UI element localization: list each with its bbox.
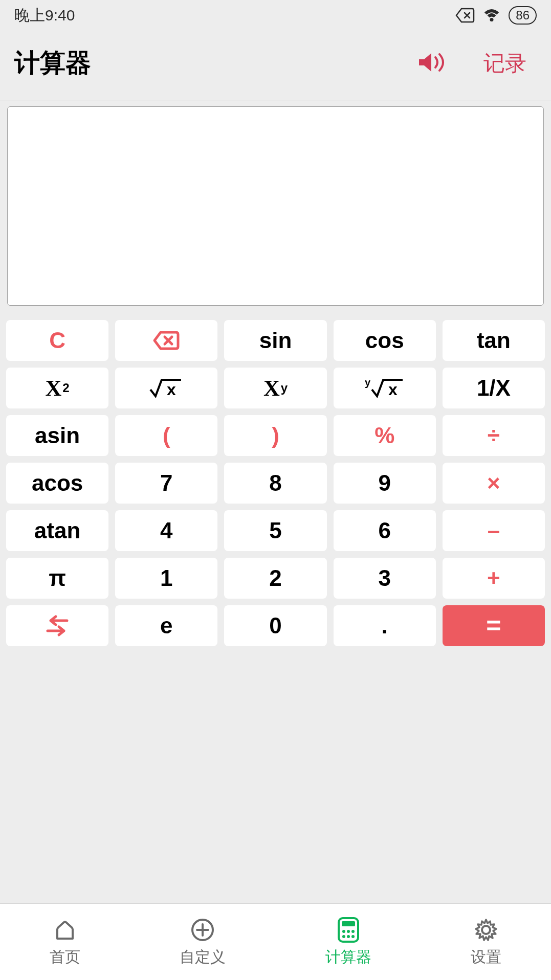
multiply-button[interactable]: × — [443, 463, 545, 504]
nav-settings[interactable]: 设置 — [471, 916, 501, 968]
digit-1-button[interactable]: 1 — [115, 558, 217, 599]
home-icon — [51, 916, 79, 944]
asin-button[interactable]: asin — [6, 415, 108, 456]
pi-button[interactable]: π — [6, 558, 108, 599]
calculator-icon — [335, 916, 362, 944]
nav-home-label: 首页 — [50, 947, 80, 968]
svg-point-0 — [490, 18, 494, 21]
reciprocal-button[interactable]: 1/X — [443, 368, 545, 408]
decimal-button[interactable]: . — [334, 605, 436, 646]
minus-button[interactable]: – — [443, 510, 545, 551]
svg-point-13 — [482, 926, 490, 934]
status-time: 晚上9:40 — [14, 5, 75, 26]
digit-3-button[interactable]: 3 — [334, 558, 436, 599]
record-button[interactable]: 记录 — [483, 49, 526, 78]
svg-point-10 — [342, 935, 345, 938]
wifi-icon — [483, 7, 500, 24]
delete-status-icon — [455, 8, 475, 23]
digit-5-button[interactable]: 5 — [224, 510, 326, 551]
x-power-y-button[interactable]: Xy — [224, 368, 326, 408]
digit-8-button[interactable]: 8 — [224, 463, 326, 504]
nav-settings-label: 设置 — [471, 947, 501, 968]
digit-0-button[interactable]: 0 — [224, 605, 326, 646]
calculator-display[interactable] — [7, 106, 544, 306]
backspace-button[interactable] — [115, 320, 217, 361]
svg-point-11 — [347, 935, 350, 938]
gear-icon — [472, 916, 500, 944]
percent-button[interactable]: % — [334, 415, 436, 456]
battery-indicator: 86 — [509, 6, 537, 25]
nav-custom[interactable]: 自定义 — [180, 916, 226, 968]
plus-button[interactable]: + — [443, 558, 545, 599]
svg-point-7 — [342, 930, 345, 933]
y-root-button[interactable]: y x — [334, 368, 436, 408]
nav-calculator-label: 计算器 — [325, 947, 371, 968]
digit-4-button[interactable]: 4 — [115, 510, 217, 551]
svg-text:x: x — [167, 380, 176, 399]
close-paren-button[interactable]: ) — [224, 415, 326, 456]
plus-circle-icon — [189, 916, 216, 944]
e-button[interactable]: e — [115, 605, 217, 646]
x-squared-button[interactable]: X2 — [6, 368, 108, 408]
digit-2-button[interactable]: 2 — [224, 558, 326, 599]
svg-text:y: y — [365, 377, 371, 388]
app-header: 计算器 记录 — [0, 31, 551, 101]
sound-icon[interactable] — [417, 50, 448, 77]
svg-point-12 — [351, 935, 355, 938]
swap-button[interactable] — [6, 605, 108, 646]
nav-home[interactable]: 首页 — [50, 916, 80, 968]
status-right: 86 — [455, 6, 537, 25]
sin-button[interactable]: sin — [224, 320, 326, 361]
page-title: 计算器 — [14, 46, 91, 80]
tan-button[interactable]: tan — [443, 320, 545, 361]
svg-text:x: x — [388, 380, 398, 399]
atan-button[interactable]: atan — [6, 510, 108, 551]
svg-point-8 — [347, 930, 350, 933]
digit-6-button[interactable]: 6 — [334, 510, 436, 551]
nav-calculator[interactable]: 计算器 — [325, 916, 371, 968]
digit-9-button[interactable]: 9 — [334, 463, 436, 504]
status-bar: 晚上9:40 86 — [0, 0, 551, 31]
keypad: C sin cos tan X2 x Xy y x 1/X — [0, 311, 551, 884]
clear-button[interactable]: C — [6, 320, 108, 361]
bottom-spacer — [0, 884, 551, 903]
nav-custom-label: 自定义 — [180, 947, 226, 968]
open-paren-button[interactable]: ( — [115, 415, 217, 456]
digit-7-button[interactable]: 7 — [115, 463, 217, 504]
acos-button[interactable]: acos — [6, 463, 108, 504]
svg-rect-6 — [342, 921, 355, 926]
cos-button[interactable]: cos — [334, 320, 436, 361]
sqrt-button[interactable]: x — [115, 368, 217, 408]
bottom-nav: 首页 自定义 计算器 — [0, 903, 551, 980]
divide-button[interactable]: ÷ — [443, 415, 545, 456]
svg-point-9 — [351, 930, 355, 933]
equals-button[interactable]: = — [443, 605, 545, 646]
